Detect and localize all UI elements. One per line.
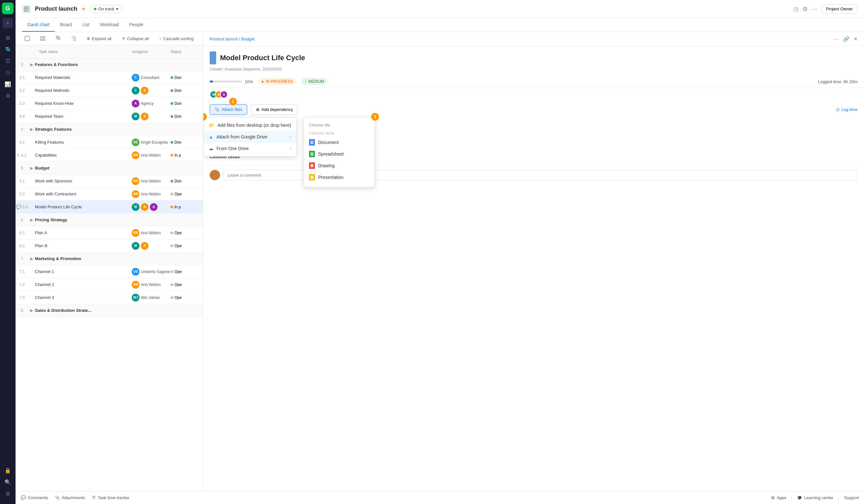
tab-workload[interactable]: Workload: [95, 18, 124, 32]
create-spreadsheet-item[interactable]: Spreadsheet: [304, 148, 374, 160]
table-row[interactable]: 3.4 Required Team M A Don: [15, 110, 203, 123]
group-btn[interactable]: [37, 35, 48, 43]
logged-time: Logged time: 8h 20m: [818, 79, 857, 84]
row-num: 3.1: [15, 75, 28, 80]
history-icon[interactable]: ◷: [793, 5, 799, 13]
tab-board[interactable]: Board: [55, 18, 77, 32]
row-name: Strategic Features: [35, 127, 132, 132]
attach-google-drive-item[interactable]: ▲ Attach from Google Drive ›: [204, 131, 297, 143]
svg-rect-11: [57, 38, 60, 39]
table-row[interactable]: 8 ▶ Sales & Distribution Strate...: [15, 304, 203, 317]
add-subtask-btn[interactable]: [53, 35, 63, 43]
table-row[interactable]: 3.1 Required Materials C Consultant Don: [15, 71, 203, 84]
settings-header-icon[interactable]: ⚙: [803, 5, 808, 13]
status-meta-badge[interactable]: ● IN PROGRESS: [258, 78, 296, 85]
app-logo[interactable]: G: [2, 3, 14, 14]
progress-percentage[interactable]: 10%: [245, 79, 253, 84]
priority-meta-badge[interactable]: ↑ MEDIUM: [301, 78, 327, 85]
tab-list[interactable]: List: [77, 18, 95, 32]
close-panel-icon[interactable]: ✕: [853, 36, 857, 42]
table-row[interactable]: 3.3 Required Know-How A Agency Don: [15, 97, 203, 110]
attach-one-drive-item[interactable]: ☁ From One Drive ›: [204, 143, 297, 154]
apps-bottom-btn[interactable]: ⊞ Apps: [771, 495, 786, 500]
avatar: A: [141, 87, 148, 95]
lock-icon[interactable]: 🔒: [3, 465, 13, 476]
table-row[interactable]: 4.1 Killing Features AE Angel Escajeda D…: [15, 136, 203, 149]
grid-icon[interactable]: ⊞: [3, 32, 13, 43]
table-row[interactable]: 6 ▶ Pricing Strategy: [15, 214, 203, 226]
breadcrumb-section[interactable]: Budget: [241, 37, 255, 41]
support-btn[interactable]: Support: [844, 495, 859, 500]
create-document-item[interactable]: Document: [304, 136, 374, 148]
log-time-button[interactable]: ◷ Log time: [836, 107, 857, 112]
row-name: Channel 3: [35, 295, 132, 300]
assignee-avatars: M A A: [210, 91, 225, 98]
attach-files-button[interactable]: 📎 Attach files: [210, 104, 247, 115]
tab-people[interactable]: People: [124, 18, 148, 32]
expand-icon[interactable]: ▶: [28, 308, 35, 313]
more-options-icon[interactable]: ⋯: [812, 5, 817, 13]
chart-icon[interactable]: 📊: [3, 79, 13, 89]
tab-gantt-chart[interactable]: Gantt chart: [22, 18, 55, 32]
settings-icon[interactable]: ⚙: [3, 489, 13, 499]
table-row[interactable]: 7 ▶ Marketing & Promotion: [15, 252, 203, 265]
svg-rect-21: [311, 164, 313, 167]
task-title[interactable]: Model Product Life Cycle: [220, 54, 305, 62]
expand-icon[interactable]: ▶: [28, 127, 35, 132]
create-presentation-item[interactable]: Presentation: [304, 171, 374, 183]
attachments-bottom-btn[interactable]: 📎 Attachments: [55, 495, 85, 500]
clock-icon[interactable]: ◷: [3, 67, 13, 77]
row-name: Killing Features: [35, 140, 132, 145]
gantt-icon[interactable]: [3, 44, 13, 55]
table-row[interactable]: 5.1 Work with Sponsors AW Ana Walton Don: [15, 175, 203, 188]
check-all-btn[interactable]: [22, 35, 32, 43]
table-row[interactable]: 7.2 Channel 2 AW Ana Walton Ope: [15, 278, 203, 291]
learning-center-btn[interactable]: 🎓 Learning center: [797, 495, 833, 500]
favorite-icon[interactable]: ★: [81, 6, 86, 12]
list-icon[interactable]: ☰: [3, 56, 13, 66]
row-status: Ope: [170, 231, 203, 235]
table-row[interactable]: 3.2 Required Methods C A Don: [15, 84, 203, 97]
create-drawing-item[interactable]: Drawing: [304, 160, 374, 171]
expand-icon[interactable]: ▶: [28, 62, 35, 67]
row-num: 3.2: [15, 88, 28, 93]
more-options-panel-icon[interactable]: ⋯: [834, 36, 839, 42]
table-row[interactable]: 5 ▶ Budget: [15, 162, 203, 175]
add-dependency-button[interactable]: ⊕ Add dependency: [251, 104, 298, 115]
panel-header: Product launch / Budget ⋯ 🔗 ✕: [203, 32, 864, 46]
expand-icon[interactable]: ▶: [28, 217, 35, 222]
add-button[interactable]: +: [3, 18, 13, 28]
indent-btn[interactable]: [69, 35, 79, 43]
breadcrumb-project[interactable]: Product launch: [210, 37, 238, 41]
link-icon[interactable]: 🔗: [843, 36, 850, 42]
expand-icon[interactable]: ▶: [28, 256, 35, 261]
table-row[interactable]: 6.2 Plan B M A Ope: [15, 239, 203, 252]
status-badge[interactable]: On track ▾: [89, 5, 123, 13]
table-row[interactable]: 7.3 Channel 3 WJ Wei Jiahao Ope: [15, 291, 203, 304]
table-row[interactable]: 4 ▶ Strategic Features: [15, 123, 203, 136]
attach-desktop-item[interactable]: 📁 Add files from desktop (or drop here): [204, 119, 297, 131]
expand-all-btn[interactable]: ⊕ Expand all: [84, 35, 114, 43]
avatar: M: [132, 242, 140, 250]
project-owner-button[interactable]: Project Owner: [821, 4, 857, 14]
table-row[interactable]: 5.2 Work with Contractors AW Ana Walton …: [15, 188, 203, 201]
table-row[interactable]: 6.1 Plan A AW Ana Walton Ope: [15, 226, 203, 239]
table-row[interactable]: ! 4.2 Capabilities AW Ana Walton In p: [15, 149, 203, 162]
sort-icon: ↕: [159, 36, 161, 41]
col-task-name: Task name: [35, 49, 132, 54]
comments-bottom-btn[interactable]: 💬 Comments: [21, 495, 48, 500]
description-area[interactable]: Add task description: [203, 131, 864, 150]
integration-icon[interactable]: ⧉: [3, 91, 13, 101]
collapse-all-btn[interactable]: ✕ Collapse all: [119, 35, 152, 43]
table-row[interactable]: 7.1 Channel 1 US Umberto Sagese Ope: [15, 265, 203, 278]
cascade-sorting-btn[interactable]: ↕ Cascade sorting: [157, 35, 196, 43]
expand-icon[interactable]: ▶: [28, 166, 35, 170]
row-num: ! 4.2: [15, 153, 28, 158]
row-assigned: C Consultant: [132, 74, 170, 82]
avatar: A: [132, 100, 140, 107]
paperclip-icon: 📎: [215, 107, 220, 112]
table-row[interactable]: 💬 5.3 Model Product Life Cycle M A A In …: [15, 201, 203, 214]
task-time-tracker-btn[interactable]: ⏱ Task time tracker: [92, 495, 130, 500]
table-row[interactable]: 3 ▶ Features & Functions: [15, 58, 203, 71]
search-icon[interactable]: 🔍: [3, 477, 13, 487]
